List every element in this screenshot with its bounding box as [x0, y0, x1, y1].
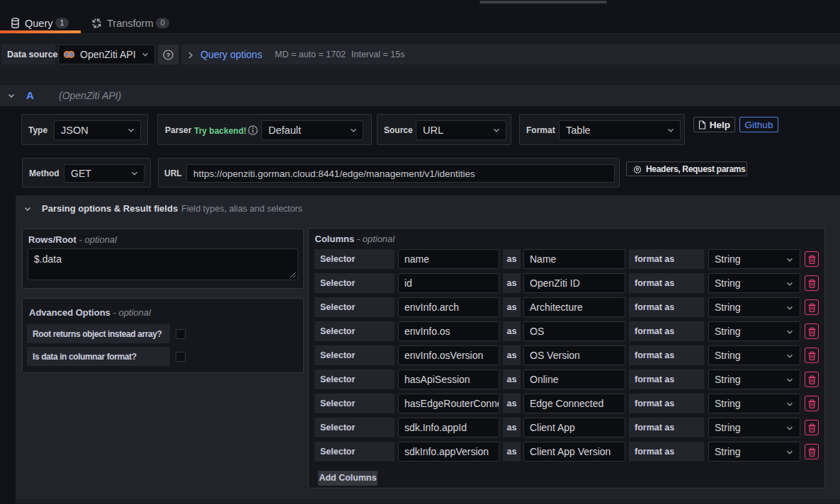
svg-text:?: ? [166, 52, 171, 59]
